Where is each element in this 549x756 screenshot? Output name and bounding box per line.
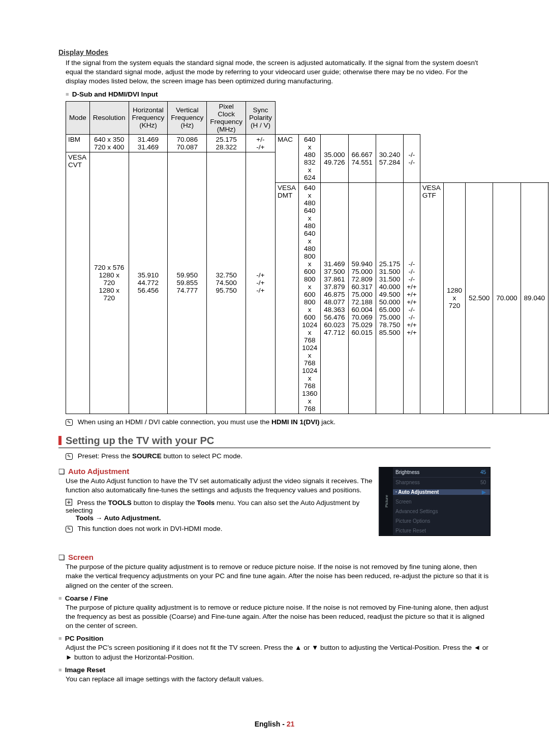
mode-cell: VESA CVT bbox=[66, 152, 90, 414]
screen-p1: The purpose of the picture quality adjus… bbox=[66, 562, 491, 590]
tools-icon bbox=[66, 499, 75, 507]
note-icon: ✎ bbox=[66, 453, 73, 460]
th-pc: Pixel Clock Frequency(MHz) bbox=[207, 101, 246, 134]
th-hf: Horizontal Frequency(KHz) bbox=[129, 101, 168, 134]
chevron-right-icon: ▶ bbox=[482, 489, 486, 495]
coarse-p: The purpose of picture quality adjustmen… bbox=[66, 603, 491, 631]
th-sp: Sync Polarity(H / V) bbox=[246, 101, 275, 134]
th-res: Resolution bbox=[89, 101, 129, 134]
screen-title: Screen bbox=[58, 553, 491, 561]
osd-auto-row: · Auto Adjustment▶ bbox=[392, 489, 490, 495]
setup-title: Setting up the TV with your PC bbox=[58, 435, 491, 448]
th-vf: Vertical Frequency(Hz) bbox=[168, 101, 207, 134]
mode-cell: MAC bbox=[275, 134, 298, 182]
th-mode: Mode bbox=[66, 101, 90, 134]
auto-dvi-note: ✎ This function does not work in DVI-HDM… bbox=[66, 525, 374, 532]
osd-side-label: Picture bbox=[379, 467, 393, 535]
osd-opts-row: Picture Options bbox=[392, 518, 490, 524]
osd-preview: Picture Brightness45 ◐ Sharpness50 ◯ · A… bbox=[379, 467, 491, 536]
note-icon: ✎ bbox=[66, 419, 73, 426]
coarse-heading: Coarse / Fine bbox=[58, 594, 491, 602]
osd-screen-row: Screen bbox=[392, 499, 490, 505]
imgreset-heading: Image Reset bbox=[58, 666, 491, 674]
auto-adj-p1: Use the Auto Adjust function to have the… bbox=[66, 477, 374, 495]
screen-block: Screen The purpose of the picture qualit… bbox=[58, 553, 491, 684]
display-modes-title: Display Modes bbox=[58, 48, 491, 56]
display-modes-section: Display Modes If the signal from the sys… bbox=[58, 48, 491, 426]
setup-section: Setting up the TV with your PC ✎ Preset:… bbox=[58, 435, 491, 684]
note-icon: ✎ bbox=[66, 526, 73, 532]
imgreset-p: You can replace all image settings with … bbox=[66, 675, 491, 684]
signal-table: Mode Resolution Horizontal Frequency(KHz… bbox=[66, 101, 549, 414]
pcpos-p: Adjust the PC's screen positioning if it… bbox=[66, 643, 491, 662]
auto-tool-note: Press the TOOLS button to display the To… bbox=[66, 499, 374, 522]
auto-adjustment-block: Auto Adjustment Use the Auto Adjust func… bbox=[58, 467, 491, 532]
osd-adv-row: Advanced Settings bbox=[392, 509, 490, 514]
mode-cell: IBM bbox=[66, 134, 90, 152]
display-modes-intro: If the signal from the system equals the… bbox=[66, 58, 491, 86]
page-footer: English - 21 bbox=[0, 720, 549, 728]
pcpos-heading: PC Position bbox=[58, 635, 491, 642]
preset-note: ✎ Preset: Press the SOURCE button to sel… bbox=[66, 452, 491, 460]
mode-cell: VESA DMT bbox=[275, 182, 298, 414]
osd-brightness-row: Brightness45 bbox=[392, 469, 490, 475]
mode-cell: VESA GTF bbox=[420, 182, 443, 414]
hdmi-note: ✎ When using an HDMI / DVI cable connect… bbox=[66, 418, 491, 426]
osd-reset-row: Picture Reset bbox=[392, 528, 490, 533]
dsub-heading: D-Sub and HDMI/DVI Input bbox=[66, 90, 491, 98]
osd-sharpness-row: Sharpness50 bbox=[392, 480, 490, 485]
